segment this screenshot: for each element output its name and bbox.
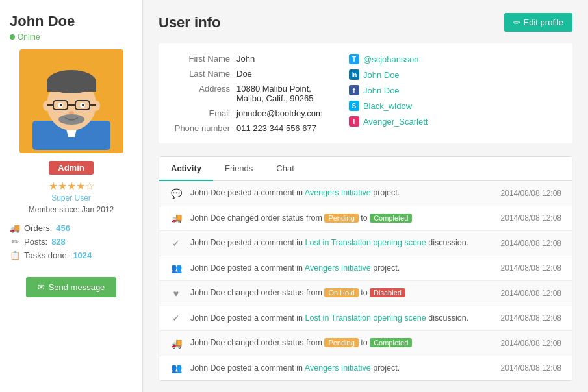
email-label: Email: [172, 108, 230, 118]
sidebar: John Doe Online: [0, 0, 143, 392]
activity-link[interactable]: Lost in Translation opening scene: [305, 238, 426, 247]
twitter-icon: T: [349, 54, 359, 64]
skype-link[interactable]: Black_widow: [363, 101, 412, 111]
send-message-button[interactable]: ✉ Send message: [26, 277, 117, 297]
posts-stat: ✏ Posts: 828: [10, 237, 133, 247]
avatar: [19, 49, 123, 153]
activity-text: John Doe changed order status from On Ho…: [190, 288, 493, 299]
orders-icon: 🚚: [10, 223, 20, 233]
activity-icon: 👥: [170, 363, 183, 373]
social-instagram: I Avenger_Scarlett: [349, 116, 428, 127]
svg-point-18: [58, 114, 84, 125]
activity-time: 2014/08/08 12:08: [501, 214, 561, 223]
activity-text: John Doe changed order status from Pendi…: [190, 213, 493, 225]
svg-point-15: [60, 104, 62, 106]
tab-activity[interactable]: Activity: [159, 157, 213, 181]
activity-icon: 🚚: [170, 213, 183, 223]
rating-stars: ★★★★☆: [49, 180, 94, 192]
activity-item: 👥John Doe posted a comment in Avengers I…: [159, 256, 572, 282]
activity-item: ✓John Doe posted a comment in Lost in Tr…: [159, 306, 572, 332]
activity-icon: 🚚: [170, 338, 183, 349]
facebook-link[interactable]: John Doe: [363, 86, 400, 95]
activity-link[interactable]: Lost in Translation opening scene: [305, 313, 426, 323]
main-content: User info ✏ Edit profile First Name John…: [143, 0, 588, 392]
activity-icon: ✓: [170, 238, 183, 249]
activity-icon: ♥: [170, 288, 183, 299]
lastname-label: Last Name: [172, 69, 230, 79]
status-badge-from: Pending: [324, 214, 358, 223]
activity-text: John Doe posted a comment in Lost in Tra…: [190, 238, 493, 249]
twitter-link[interactable]: @scjohansson: [363, 55, 418, 64]
activity-time: 2014/08/08 12:08: [501, 263, 561, 273]
activity-text: John Doe posted a comment in Avengers In…: [190, 263, 493, 275]
posts-icon: ✏: [10, 237, 20, 247]
sidebar-stats: 🚚 Orders: 456 ✏ Posts: 828 📋 Tasks done:…: [10, 223, 133, 264]
info-left-column: First Name John Last Name Doe Address 10…: [172, 54, 323, 133]
email-row: Email johndoe@bootdey.com: [172, 108, 323, 118]
firstname-value: John: [236, 54, 255, 64]
linkedin-icon: in: [349, 69, 359, 80]
tab-chat[interactable]: Chat: [264, 157, 305, 181]
svg-point-16: [82, 104, 84, 106]
svg-rect-5: [47, 82, 96, 92]
user-info-section: First Name John Last Name Doe Address 10…: [159, 43, 572, 143]
phone-row: Phone number 011 223 344 556 677: [172, 123, 323, 133]
online-indicator: [10, 34, 15, 40]
firstname-label: First Name: [172, 54, 230, 64]
facebook-icon: f: [349, 85, 359, 95]
activity-link[interactable]: Avengers Initiative: [305, 363, 371, 373]
status-badge-from: On Hold: [324, 288, 358, 297]
user-tier: Super User: [51, 193, 91, 202]
activity-time: 2014/08/08 12:08: [501, 363, 561, 373]
linkedin-link[interactable]: John Doe: [363, 70, 400, 80]
activity-item: 👥John Doe posted a comment in Avengers I…: [159, 356, 572, 381]
tab-friends[interactable]: Friends: [213, 157, 264, 181]
activity-time: 2014/08/08 12:08: [501, 289, 561, 298]
page-title: User info: [159, 14, 220, 31]
lastname-row: Last Name Doe: [172, 69, 323, 79]
activity-time: 2014/08/08 12:08: [501, 189, 561, 198]
social-facebook: f John Doe: [349, 85, 428, 95]
instagram-icon: I: [349, 116, 359, 127]
lastname-value: Doe: [236, 69, 252, 79]
status-badge-to: Completed: [370, 338, 412, 347]
activity-text: John Doe posted a comment in Avengers In…: [190, 363, 493, 374]
activity-time: 2014/08/08 12:08: [501, 239, 561, 248]
tasks-value: 1024: [73, 251, 92, 260]
email-value: johndoe@bootdey.com: [236, 108, 323, 118]
status-badge-to: Disabled: [370, 288, 405, 297]
address-row: Address 10880 Malibu Point,Malibu, Calif…: [172, 84, 323, 103]
activity-link[interactable]: Avengers Initiative: [305, 263, 371, 273]
sidebar-username: John Doe: [10, 13, 75, 30]
activity-link[interactable]: Avengers Initiative: [305, 188, 371, 197]
member-since: Member since: Jan 2012: [29, 205, 114, 214]
activity-item: 💬John Doe posted a comment in Avengers I…: [159, 181, 572, 206]
activity-time: 2014/08/08 12:08: [501, 339, 561, 348]
activity-item: 🚚John Doe changed order status from Pend…: [159, 206, 572, 232]
edit-icon: ✏: [513, 18, 520, 27]
sidebar-status: Online: [10, 32, 40, 42]
activity-icon: ✓: [170, 313, 183, 323]
main-header: User info ✏ Edit profile: [159, 13, 572, 32]
envelope-icon: ✉: [38, 282, 45, 292]
edit-profile-button[interactable]: ✏ Edit profile: [504, 13, 572, 32]
activity-text: John Doe posted a comment in Lost in Tra…: [190, 313, 493, 325]
activity-time: 2014/08/08 12:08: [501, 313, 561, 323]
activity-list: 💬John Doe posted a comment in Avengers I…: [159, 181, 572, 380]
social-skype: S Black_widow: [349, 101, 428, 111]
posts-value: 828: [51, 237, 66, 247]
phone-value: 011 223 344 556 677: [236, 123, 316, 133]
skype-icon: S: [349, 101, 359, 111]
instagram-link[interactable]: Avenger_Scarlett: [363, 117, 428, 127]
status-badge-to: Completed: [370, 214, 412, 223]
info-right-column: T @scjohansson in John Doe f John Doe S …: [349, 54, 428, 133]
firstname-row: First Name John: [172, 54, 323, 64]
orders-stat: 🚚 Orders: 456: [10, 223, 133, 233]
activity-text: John Doe posted a comment in Avengers In…: [190, 188, 493, 199]
activity-icon: 👥: [170, 263, 183, 273]
admin-badge: Admin: [49, 161, 93, 175]
social-twitter: T @scjohansson: [349, 54, 428, 64]
activity-item: ♥John Doe changed order status from On H…: [159, 281, 572, 306]
activity-item: ✓John Doe posted a comment in Lost in Tr…: [159, 231, 572, 256]
status-badge-from: Pending: [324, 338, 358, 347]
